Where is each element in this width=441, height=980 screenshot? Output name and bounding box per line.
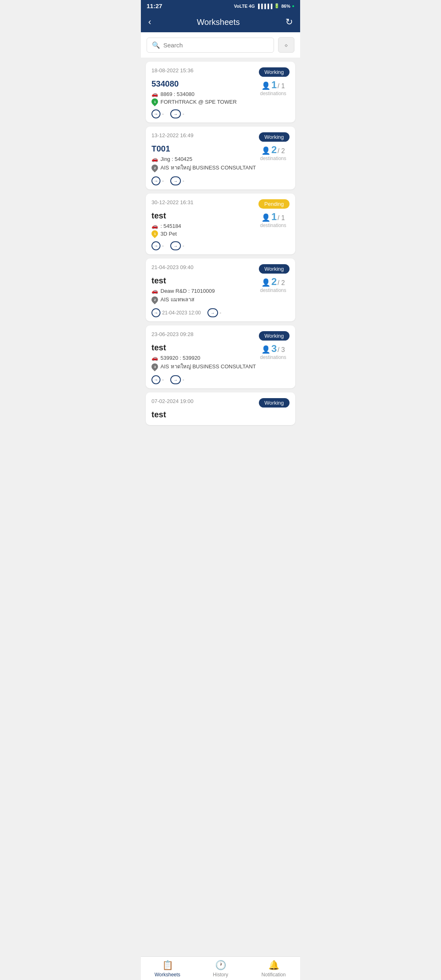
card-footer-3: → - → - bbox=[151, 241, 290, 250]
dest-total-2: / 2 bbox=[278, 147, 285, 155]
footer-text-2a: - bbox=[162, 178, 164, 184]
dest-label-4: destinations bbox=[260, 287, 286, 293]
card-job-id-3: test bbox=[151, 211, 257, 220]
battery-icon: 🔋 bbox=[274, 3, 280, 9]
vehicle-text-5: 539920 : 539920 bbox=[160, 355, 200, 361]
start-arrow-icon-1: → bbox=[151, 109, 160, 118]
pin-number-5: 3 bbox=[154, 365, 156, 368]
status-right: VoLTE 4G ▐▐▐▐▐ 🔋 86% ● bbox=[234, 3, 294, 9]
dest-total-3: / 1 bbox=[278, 214, 285, 222]
card-header-2: 13-12-2022 16:49 Working bbox=[151, 132, 290, 142]
vehicle-text-2: Jing : 540425 bbox=[160, 156, 192, 162]
dest-icon-2: 👤 bbox=[261, 146, 270, 155]
card-body-5: test 🚗 539920 : 539920 3 AIS หาดใหญ่ BUS… bbox=[151, 343, 290, 372]
worksheet-card-1[interactable]: 18-08-2022 15:36 Working 534080 🚗 8869 :… bbox=[146, 62, 295, 122]
location-line-2: 2 AIS หาดใหญ่ BUSINESS CONSULTANT bbox=[151, 163, 257, 172]
status-badge-1: Working bbox=[259, 67, 290, 77]
dest-icon-1: 👤 bbox=[261, 81, 270, 90]
status-bar: 11:27 VoLTE 4G ▐▐▐▐▐ 🔋 86% ● bbox=[141, 0, 300, 12]
location-text-5: AIS หาดใหญ่ BUSINESS CONSULTANT bbox=[160, 362, 256, 371]
dest-icon-3: 👤 bbox=[261, 213, 270, 222]
dest-label-5: destinations bbox=[260, 354, 286, 360]
location-line-3: 1 3D Pet bbox=[151, 230, 257, 237]
dest-count-3: 1 bbox=[271, 211, 276, 223]
history-nav-icon: 🕐 bbox=[215, 960, 226, 971]
nav-item-notification[interactable]: 🔔 Notification bbox=[259, 960, 288, 978]
footer-item-1a: → - bbox=[151, 109, 164, 118]
card-footer-4: → 21-04-2023 12:00 → - bbox=[151, 308, 290, 317]
nav-bar: 📋 Worksheets 🕐 History 🔔 Notification bbox=[141, 956, 300, 980]
start-arrow-icon-3: → bbox=[151, 241, 160, 250]
footer-text-5b: - bbox=[183, 377, 184, 383]
filter-icon: ⬦ bbox=[284, 41, 288, 49]
dest-count-4: 2 bbox=[271, 276, 276, 287]
card-header-4: 21-04-2023 09:40 Working bbox=[151, 264, 290, 274]
card-job-id-6: test bbox=[151, 410, 290, 419]
location-text-2: AIS หาดใหญ่ BUSINESS CONSULTANT bbox=[160, 163, 256, 172]
card-footer-2: → - → - bbox=[151, 176, 290, 185]
card-body-1: 534080 🚗 8869 : 534080 1 FORTHTRACK @ SP… bbox=[151, 79, 290, 106]
footer-text-4a: 21-04-2023 12:00 bbox=[162, 310, 201, 316]
app-header: ‹ Worksheets ↻ bbox=[141, 12, 300, 32]
end-arrow-icon-2: → bbox=[170, 176, 181, 185]
dest-total-5: / 3 bbox=[278, 346, 285, 354]
card-body-4: test 🚗 Deaw R&D : 71010009 2 AIS แมทพลาส… bbox=[151, 276, 290, 305]
footer-text-4b: - bbox=[220, 310, 221, 316]
end-arrow-icon-5: → bbox=[170, 375, 181, 384]
start-arrow-icon-5: → bbox=[151, 375, 160, 384]
worksheets-list: 18-08-2022 15:36 Working 534080 🚗 8869 :… bbox=[141, 62, 300, 458]
filter-button[interactable]: ⬦ bbox=[278, 37, 294, 53]
pin-number-3: 1 bbox=[154, 232, 156, 236]
pin-icon-3: 1 bbox=[150, 229, 160, 238]
end-arrow-icon-3: → bbox=[170, 241, 181, 250]
card-job-id-4: test bbox=[151, 276, 257, 285]
page-title: Worksheets bbox=[197, 18, 240, 27]
footer-item-1b: → - bbox=[170, 109, 184, 118]
status-badge-2: Working bbox=[259, 132, 290, 142]
worksheet-card-2[interactable]: 13-12-2022 16:49 Working T001 🚗 Jing : 5… bbox=[146, 127, 295, 189]
footer-item-4a: → 21-04-2023 12:00 bbox=[151, 308, 201, 317]
location-text-3: 3D Pet bbox=[160, 231, 177, 237]
footer-text-1a: - bbox=[162, 111, 164, 117]
car-icon-1: 🚗 bbox=[151, 91, 158, 97]
dest-label-2: destinations bbox=[260, 156, 286, 161]
signal-bars: ▐▐▐▐▐ bbox=[256, 4, 272, 9]
signal-icon: VoLTE 4G bbox=[234, 4, 255, 9]
footer-item-2a: → - bbox=[151, 176, 164, 185]
footer-item-5b: → - bbox=[170, 375, 184, 384]
status-badge-4: Working bbox=[259, 264, 290, 274]
worksheet-card-5[interactable]: 23-06-2023 09:28 Working test 🚗 539920 :… bbox=[146, 325, 295, 388]
card-header-1: 18-08-2022 15:36 Working bbox=[151, 67, 290, 77]
dest-icon-5: 👤 bbox=[261, 345, 270, 354]
dest-count-5: 3 bbox=[271, 343, 276, 354]
dest-total-4: / 2 bbox=[278, 279, 285, 287]
card-body-2: T001 🚗 Jing : 540425 2 AIS หาดใหญ่ BUSIN… bbox=[151, 144, 290, 173]
search-input-wrap[interactable]: 🔍 bbox=[147, 38, 274, 53]
footer-item-3b: → - bbox=[170, 241, 184, 250]
card-job-id-5: test bbox=[151, 343, 257, 352]
dest-label-1: destinations bbox=[260, 91, 286, 96]
history-nav-label: History bbox=[213, 972, 228, 978]
dest-info-2: 👤 2 / 2 destinations bbox=[257, 144, 290, 161]
nav-item-worksheets[interactable]: 📋 Worksheets bbox=[153, 960, 182, 978]
worksheet-card-6[interactable]: 07-02-2024 19:00 Working test bbox=[146, 392, 295, 425]
status-badge-3: Pending bbox=[258, 199, 290, 209]
refresh-button[interactable]: ↻ bbox=[285, 17, 293, 27]
dest-info-5: 👤 3 / 3 destinations bbox=[257, 343, 290, 360]
footer-item-3a: → - bbox=[151, 241, 164, 250]
search-input[interactable] bbox=[163, 42, 269, 49]
dest-info-4: 👤 2 / 2 destinations bbox=[257, 276, 290, 293]
footer-item-2b: → - bbox=[170, 176, 184, 185]
location-line-1: 1 FORTHTRACK @ SPE TOWER bbox=[151, 98, 257, 105]
vehicle-text-1: 8869 : 534080 bbox=[160, 91, 194, 97]
footer-item-5a: → - bbox=[151, 375, 164, 384]
footer-item-4b: → - bbox=[207, 308, 221, 317]
worksheet-card-4[interactable]: 21-04-2023 09:40 Working test 🚗 Deaw R&D… bbox=[146, 258, 295, 321]
worksheet-card-3[interactable]: 30-12-2022 16:31 Pending test 🚗 : 545184… bbox=[146, 194, 295, 254]
back-button[interactable]: ‹ bbox=[148, 17, 151, 27]
card-date-6: 07-02-2024 19:00 bbox=[151, 398, 194, 404]
start-arrow-icon-4: → bbox=[151, 308, 160, 317]
nav-item-history[interactable]: 🕐 History bbox=[206, 960, 235, 978]
dest-label-3: destinations bbox=[260, 223, 286, 228]
card-date-1: 18-08-2022 15:36 bbox=[151, 67, 194, 74]
